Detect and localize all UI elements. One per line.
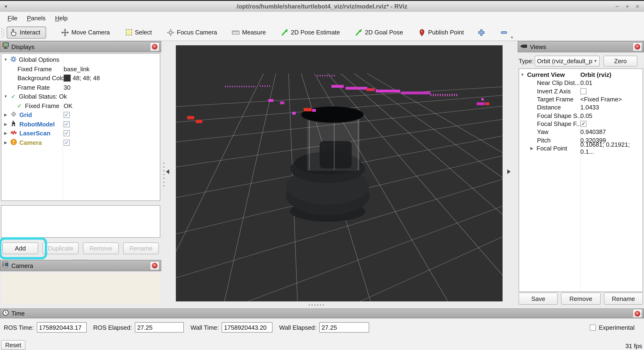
collapse-right-arrow-icon[interactable] (507, 169, 510, 174)
expander-closed-icon[interactable]: ▶ (3, 113, 8, 117)
expander-open-icon[interactable]: ▼ (3, 58, 8, 62)
tree-row-fixed-frame[interactable]: Fixed Frame base_link (2, 64, 160, 74)
prop-focal-shape-fixed[interactable]: Focal Shape F... ✓ (519, 120, 642, 128)
tree-row-frame-rate[interactable]: Frame Rate 30 (2, 83, 160, 92)
tree-row-global-options[interactable]: ▼ Global Options (2, 55, 160, 64)
laser-scan-point (304, 108, 312, 111)
prop-distance[interactable]: Distance 1.0433 (519, 103, 642, 112)
prop-near-clip[interactable]: Near Clip Dist... 0.01 (519, 79, 642, 87)
toolbar: Interact Move Camera Select Focus Camera… (0, 24, 644, 41)
expander-closed-icon[interactable]: ▶ (3, 141, 8, 145)
tool-2d-pose-estimate[interactable]: 2D Pose Estimate (278, 27, 343, 38)
laser-scan-point (225, 86, 256, 87)
experimental-checkbox[interactable] (590, 324, 596, 330)
grid-and-robot (176, 45, 502, 301)
workspace: Displays ✕ ▼ Global Options Fixed Frame … (0, 41, 644, 308)
prop-focal-point[interactable]: ▶Focal Point 0.10681; 0.21921; 0.1... (519, 144, 642, 152)
wall-elapsed-input[interactable] (319, 322, 369, 332)
tool-2d-goal-pose[interactable]: 2D Goal Pose (352, 27, 406, 38)
tree-row-camera[interactable]: ▶ Camera ✓ (2, 138, 160, 147)
duplicate-display-button[interactable]: Duplicate (43, 242, 79, 254)
tool-overflow-caret-icon[interactable]: ▾ (511, 35, 513, 39)
prop-invert-z[interactable]: Invert Z Axis (519, 87, 642, 95)
tree-row-laser-scan[interactable]: ▶ LaserScan ✓ (2, 129, 160, 138)
close-icon: ✕ (634, 44, 640, 50)
displays-panel-header[interactable]: Displays ✕ (0, 41, 161, 52)
frame-rate-value[interactable]: 30 (64, 84, 70, 91)
camera-panel-header[interactable]: Camera ✕ (0, 260, 161, 271)
expander-closed-icon[interactable]: ▶ (3, 131, 8, 136)
remove-display-button[interactable]: Remove (83, 242, 119, 254)
rename-view-button[interactable]: Rename (604, 292, 643, 305)
tree-row-fixed-frame-status[interactable]: ✓ Fixed Frame OK (2, 101, 160, 110)
left-splitter-grip[interactable] (163, 162, 164, 186)
prop-focal-shape-size[interactable]: Focal Shape S... 0.05 (519, 112, 642, 120)
expander-open-icon[interactable]: ▼ (3, 95, 8, 99)
minimize-button[interactable]: − (615, 3, 619, 10)
tree-row-grid[interactable]: ▶ Grid ✓ (2, 110, 160, 120)
prop-current-view[interactable]: ▼Current View Orbit (rviz) (519, 71, 642, 79)
maximize-button[interactable]: + (626, 3, 629, 10)
save-view-button[interactable]: Save (518, 292, 558, 305)
bottom-splitter-grip[interactable] (309, 304, 325, 306)
zero-button[interactable]: Zero (604, 56, 638, 67)
tree-row-global-status[interactable]: ▼ ✓ Global Status: Ok (2, 92, 160, 101)
menu-file[interactable]: File (3, 13, 22, 23)
add-tool-button[interactable] (476, 27, 486, 38)
camera-checkbox[interactable]: ✓ (64, 140, 70, 146)
status-ok-icon: ✓ (16, 102, 23, 109)
prop-yaw[interactable]: Yaw 0.940387 (519, 128, 642, 136)
view-type-dropdown[interactable]: Orbit (rviz_default_pl ▼ (534, 56, 600, 67)
laser-scan-point (430, 94, 458, 96)
tool-measure[interactable]: Measure (229, 27, 269, 38)
time-panel: Time ✕ ROS Time: ROS Elapsed: Wall Time:… (0, 308, 644, 350)
tool-focus-camera[interactable]: Focus Camera (164, 27, 220, 38)
tool-interact[interactable]: Interact (6, 26, 46, 39)
remove-view-button[interactable]: Remove (561, 292, 601, 305)
view-type-row: Type: Orbit (rviz_default_pl ▼ Zero (518, 56, 643, 67)
time-panel-header[interactable]: Time ✕ (0, 308, 644, 318)
render-view-3d[interactable] (176, 45, 502, 301)
tool-publish-point[interactable]: Publish Point (415, 27, 467, 38)
close-button[interactable]: × (636, 3, 639, 10)
wall-time-input[interactable] (222, 322, 272, 332)
tree-row-background-color[interactable]: Background Color 48; 48; 48 (2, 74, 160, 83)
displays-buttons: Add Duplicate Remove Rename (0, 242, 161, 254)
reset-button[interactable]: Reset (1, 340, 26, 350)
add-display-button[interactable]: Add (2, 242, 38, 254)
fixed-frame-value[interactable]: base_link (64, 66, 90, 73)
camera-icon (2, 261, 9, 270)
prop-target-frame[interactable]: Target Frame <Fixed Frame> (519, 95, 642, 104)
displays-close-button[interactable]: ✕ (150, 42, 159, 51)
displays-panel-title: Displays (11, 43, 34, 50)
rviz-window: ▼ /opt/ros/humble/share/turtlebot4_viz/r… (0, 0, 644, 350)
tree-row-robot-model[interactable]: ▶ RobotModel ✓ (2, 120, 160, 129)
toolbar-grip[interactable] (2, 27, 5, 38)
expander-open-icon[interactable]: ▼ (520, 73, 525, 77)
tool-select[interactable]: Select (122, 27, 155, 38)
ros-elapsed-input[interactable] (135, 322, 184, 332)
views-panel-header[interactable]: Views ✕ (518, 41, 644, 52)
wall-time-label: Wall Time: (190, 324, 219, 331)
ros-time-input[interactable] (36, 322, 86, 332)
menu-help[interactable]: Help (50, 13, 72, 23)
laser-scan-checkbox[interactable]: ✓ (64, 130, 70, 137)
views-close-button[interactable]: ✕ (633, 42, 642, 51)
map-pin-icon (418, 29, 426, 36)
camera-close-button[interactable]: ✕ (150, 261, 159, 270)
laser-scan-point (292, 112, 296, 115)
rename-display-button[interactable]: Rename (123, 242, 159, 254)
time-close-button[interactable]: ✕ (633, 309, 642, 318)
expander-closed-icon[interactable]: ▶ (530, 146, 534, 150)
collapse-left-arrow-icon[interactable] (166, 169, 169, 174)
remove-tool-button[interactable]: ▾ (499, 27, 509, 38)
laser-scan-point (312, 109, 316, 112)
expander-closed-icon[interactable]: ▶ (3, 122, 8, 126)
focal-shape-fixed-checkbox[interactable]: ✓ (580, 121, 586, 127)
laser-scan-point (401, 92, 430, 94)
tool-move-camera[interactable]: Move Camera (59, 27, 113, 38)
robot-model-checkbox[interactable]: ✓ (64, 121, 70, 127)
menu-panels[interactable]: Panels (22, 13, 50, 23)
grid-checkbox[interactable]: ✓ (64, 112, 70, 118)
invert-z-checkbox[interactable] (580, 88, 586, 94)
